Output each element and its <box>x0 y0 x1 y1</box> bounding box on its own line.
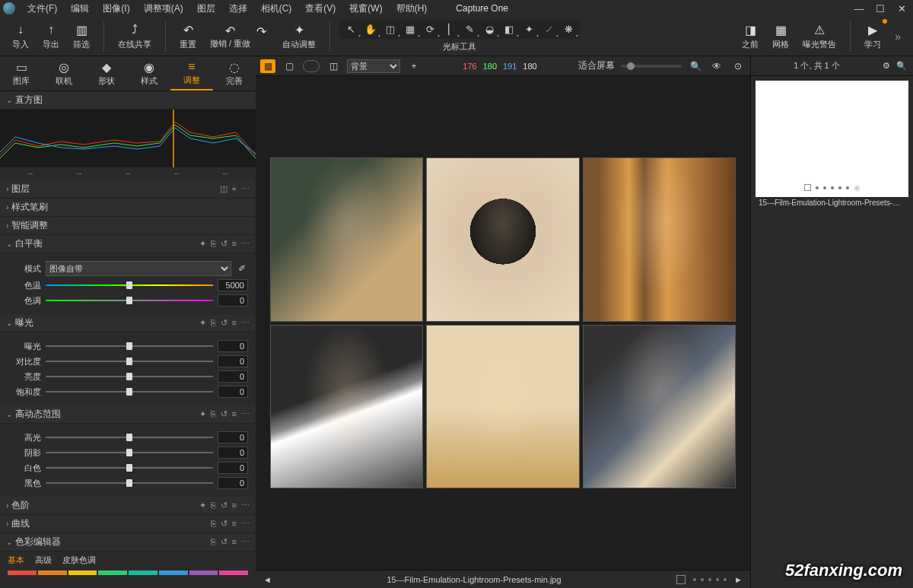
menu-select[interactable]: 选择 <box>223 1 253 17</box>
copy-icon[interactable]: ⎘ <box>211 537 216 547</box>
before-after-button[interactable]: ◨之前 <box>737 21 763 52</box>
visibility-icon[interactable]: 👁 <box>709 59 724 73</box>
tab-tether[interactable]: ◎联机 <box>43 56 85 91</box>
hdr-slider-3[interactable] <box>46 478 213 488</box>
smart-adjust-header[interactable]: ›智能调整 <box>0 217 256 235</box>
copy-icon[interactable]: ⎘ <box>211 519 216 529</box>
rotate-tool-icon[interactable]: ⟳ <box>422 22 438 37</box>
style-brush-header[interactable]: ›样式笔刷 <box>0 199 256 217</box>
coloredit-tab-skin[interactable]: 皮肤色调 <box>62 555 96 566</box>
more-icon[interactable]: ⋯ <box>241 537 250 547</box>
share-button[interactable]: ⤴在线共享 <box>113 21 156 52</box>
search-icon[interactable]: 🔍 <box>896 61 907 71</box>
hdr-slider-1[interactable] <box>46 447 213 458</box>
window-maximize-icon[interactable]: ☐ <box>872 3 889 14</box>
exposure-header[interactable]: ⌄曝光✦⎘↺≡⋯ <box>0 314 256 332</box>
tab-style[interactable]: ◉样式 <box>128 56 170 91</box>
zoom-fit-label[interactable]: 适合屏幕 <box>578 59 615 72</box>
menu-edit[interactable]: 编辑 <box>65 1 95 17</box>
exposure-slider-2[interactable] <box>46 371 213 382</box>
view-single-icon[interactable]: ▢ <box>282 59 297 73</box>
eyedropper-icon[interactable]: ✐ <box>236 263 248 274</box>
exposure-value-0[interactable]: 0 <box>218 340 248 352</box>
wb-temp-slider[interactable] <box>46 280 213 291</box>
keystone-tool-icon[interactable]: ⎢ <box>441 22 458 37</box>
heal-tool-icon[interactable]: ✦ <box>520 22 537 37</box>
next-icon[interactable]: ► <box>734 575 743 584</box>
reset-icon[interactable]: ↺ <box>221 318 227 328</box>
thumbnail-selected[interactable]: ◉ <box>756 81 908 197</box>
toolbar-overflow-icon[interactable]: » <box>890 30 905 43</box>
menu-view[interactable]: 查看(V) <box>299 1 342 17</box>
brush-tool-icon[interactable]: ✎ <box>461 22 478 37</box>
preset-icon[interactable]: ≡ <box>232 501 237 510</box>
thumb-rating[interactable] <box>804 184 811 191</box>
layers-dropdown-icon[interactable]: ◫ <box>326 59 341 73</box>
grid-button[interactable]: ▦网格 <box>768 21 794 52</box>
color-editor-header[interactable]: ⌄色彩编辑器⎘↺≡⋯ <box>0 533 256 551</box>
more-icon[interactable]: ⋯ <box>241 519 250 529</box>
wand-icon[interactable]: ✦ <box>199 239 206 249</box>
export-button[interactable]: ↑导出 <box>38 21 64 52</box>
exposure-warning-button[interactable]: ⚠曝光警告 <box>798 21 841 52</box>
tab-adjust[interactable]: ≡调整 <box>170 56 213 91</box>
search-icon[interactable]: 🔍 <box>688 59 703 73</box>
levels-header[interactable]: ›色阶✦⎘↺≡⋯ <box>0 497 256 515</box>
more-icon[interactable]: ⋯ <box>241 318 250 328</box>
reset-icon[interactable]: ↺ <box>221 409 227 419</box>
radial-tool-icon[interactable]: ◧ <box>501 22 517 37</box>
tab-refine[interactable]: ◌完善 <box>213 56 256 91</box>
loupe-tool-icon[interactable]: ❋ <box>560 22 577 37</box>
reset-icon[interactable]: ↺ <box>221 501 227 510</box>
layer-select[interactable]: 背景 <box>347 59 400 73</box>
window-close-icon[interactable]: ✕ <box>893 3 910 14</box>
curve-header[interactable]: ›曲线⎘↺≡⋯ <box>0 515 256 533</box>
exposure-value-3[interactable]: 0 <box>218 386 248 398</box>
add-layer-icon[interactable]: + <box>406 59 422 73</box>
wb-tint-slider[interactable] <box>46 295 213 306</box>
exposure-value-2[interactable]: 0 <box>218 370 248 383</box>
layer-more-icon[interactable]: ⋯ <box>241 184 250 194</box>
wb-temp-value[interactable]: 5000 <box>218 279 248 291</box>
histogram-header[interactable]: ⌄直方图 <box>0 91 256 110</box>
cull-button[interactable]: ▥筛选 <box>68 21 94 52</box>
wand-icon[interactable]: ✦ <box>199 501 206 510</box>
preset-icon[interactable]: ≡ <box>232 409 237 419</box>
hdr-slider-0[interactable] <box>46 432 213 443</box>
reset-button[interactable]: ↶重置 <box>175 21 201 52</box>
copy-icon[interactable]: ⎘ <box>211 501 216 510</box>
color-swatches[interactable] <box>0 569 256 575</box>
coloredit-tab-advanced[interactable]: 高级 <box>35 555 52 566</box>
wand-icon[interactable]: ✦ <box>199 318 206 328</box>
import-button[interactable]: ↓导入 <box>8 21 33 52</box>
wand-icon[interactable]: ✦ <box>199 409 206 419</box>
pin-icon[interactable]: ⊙ <box>730 59 746 73</box>
undo-icon[interactable]: ↶ <box>223 23 238 38</box>
menu-image[interactable]: 图像(I) <box>97 1 135 17</box>
hdr-slider-2[interactable] <box>46 462 213 473</box>
hdr-value-2[interactable]: 0 <box>218 462 248 474</box>
exposure-slider-0[interactable] <box>46 341 213 351</box>
tab-shape[interactable]: ◆形状 <box>85 56 128 91</box>
mask-tool-icon[interactable]: ◫ <box>382 22 399 37</box>
copy-icon[interactable]: ⎘ <box>211 239 216 249</box>
preset-icon[interactable]: ≡ <box>232 537 237 547</box>
hand-tool-icon[interactable]: ✋ <box>362 22 379 37</box>
exposure-value-1[interactable]: 0 <box>218 355 248 367</box>
auto-adjust-button[interactable]: ✦自动调整 <box>278 21 320 52</box>
menu-layer[interactable]: 图层 <box>191 1 221 17</box>
crop-tool-icon[interactable]: ▦ <box>402 22 418 37</box>
exposure-slider-1[interactable] <box>46 356 213 367</box>
wb-mode-select[interactable]: 图像自带 <box>46 261 231 276</box>
annotate-tool-icon[interactable]: ⟋ <box>540 22 557 37</box>
layer-add-icon[interactable]: + <box>232 184 237 194</box>
copy-icon[interactable]: ⎘ <box>211 318 216 328</box>
preset-icon[interactable]: ≡ <box>232 318 237 328</box>
menu-window[interactable]: 视窗(W) <box>343 1 388 17</box>
white-balance-header[interactable]: ⌄白平衡✦⎘↺≡⋯ <box>0 235 256 253</box>
tab-library[interactable]: ▭图库 <box>0 56 43 91</box>
zoom-slider[interactable] <box>621 65 682 68</box>
more-icon[interactable]: ⋯ <box>241 409 250 419</box>
reset-icon[interactable]: ↺ <box>221 519 227 529</box>
preset-icon[interactable]: ≡ <box>232 239 237 249</box>
